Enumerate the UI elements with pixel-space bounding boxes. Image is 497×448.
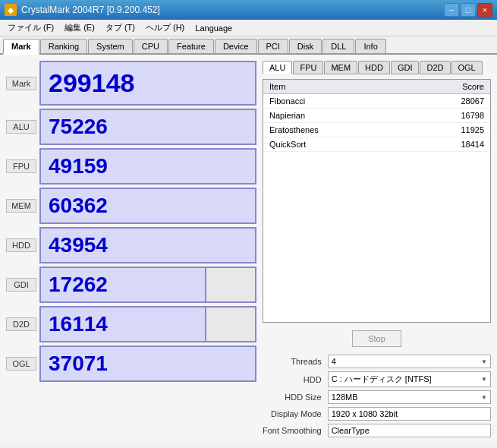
hdd-setting-label: HDD: [263, 375, 322, 384]
item-eratosthenes: Eratosthenes: [263, 123, 407, 137]
threads-label: Threads: [263, 357, 322, 366]
subtab-d2d[interactable]: D2D: [420, 61, 450, 74]
ogl-score: 37071: [39, 345, 256, 382]
stop-button[interactable]: Stop: [352, 330, 401, 347]
tab-cpu[interactable]: CPU: [134, 39, 168, 53]
score-quicksort: 18414: [407, 137, 490, 152]
display-mode-label: Display Mode: [263, 409, 322, 418]
hdd-dropdown-arrow: ▼: [481, 376, 487, 383]
d2d-row: D2D 16114: [6, 306, 256, 342]
alu-score: 75226: [39, 109, 256, 145]
alu-label: ALU: [6, 120, 36, 134]
d2d-score-sub: [206, 306, 256, 342]
mark-label: Mark: [6, 77, 36, 90]
fpu-row: FPU 49159: [6, 148, 256, 185]
threads-dropdown-arrow: ▼: [481, 358, 487, 365]
item-fibonacci: Fibonacci: [263, 94, 407, 109]
gdi-row: GDI 17262: [6, 267, 256, 303]
mark-row: Mark 299148: [6, 61, 256, 106]
close-button[interactable]: ×: [477, 3, 492, 17]
sub-tabs: ALU FPU MEM HDD GDI D2D OGL: [263, 61, 491, 74]
hdd-size-label: HDD Size: [263, 393, 322, 402]
table-row: Napierian 16798: [263, 109, 490, 123]
score-fibonacci: 28067: [407, 94, 490, 109]
table-row: Fibonacci 28067: [263, 94, 490, 109]
mem-label: MEM: [6, 199, 36, 213]
menu-bar: ファイル (F) 編集 (E) タブ (T) ヘルプ (H) Language: [0, 20, 497, 36]
subtab-ogl[interactable]: OGL: [451, 61, 483, 74]
threads-select[interactable]: 4 ▼: [328, 355, 491, 368]
item-napierian: Napierian: [263, 109, 407, 123]
display-mode-value: 1920 x 1080 32bit: [328, 407, 491, 421]
gdi-label: GDI: [6, 278, 36, 292]
subtab-hdd[interactable]: HDD: [358, 61, 390, 74]
tab-device[interactable]: Device: [215, 39, 257, 53]
hdd-select[interactable]: C : ハードディスク [NTFS] ▼: [328, 371, 491, 387]
tab-ranking[interactable]: Ranking: [40, 39, 87, 53]
gdi-score-container: 17262: [39, 267, 256, 303]
tab-dll[interactable]: DLL: [322, 39, 354, 53]
title-bar-buttons: − □ ×: [444, 3, 492, 17]
result-table: Item Score Fibonacci 28067 Napierian 167…: [263, 79, 491, 323]
subtab-mem[interactable]: MEM: [324, 61, 357, 74]
score-eratosthenes: 11925: [407, 123, 490, 137]
d2d-score: 16114: [39, 306, 206, 342]
ogl-row: OGL 37071: [6, 345, 256, 382]
mem-row: MEM 60362: [6, 188, 256, 224]
window-title: CrystalMark 2004R7 [0.9.200.452]: [21, 5, 160, 15]
font-smoothing-value: ClearType: [328, 424, 491, 437]
minimize-button[interactable]: −: [444, 3, 459, 17]
col-item: Item: [263, 80, 407, 94]
fpu-label: FPU: [6, 159, 36, 173]
table-row: QuickSort 18414: [263, 137, 490, 152]
table-row: Eratosthenes 11925: [263, 123, 490, 137]
hdd-size-dropdown-arrow: ▼: [481, 394, 487, 401]
d2d-label: D2D: [6, 317, 36, 331]
mark-score: 299148: [39, 61, 256, 106]
title-bar: ◆ CrystalMark 2004R7 [0.9.200.452] − □ ×: [0, 0, 497, 20]
hdd-label: HDD: [6, 238, 36, 252]
menu-help[interactable]: ヘルプ (H): [141, 21, 189, 35]
stop-row: Stop: [263, 327, 491, 350]
subtab-alu[interactable]: ALU: [263, 61, 292, 74]
hdd-row: HDD 43954: [6, 227, 256, 263]
nav-tabs: Mark Ranking System CPU Feature Device P…: [0, 36, 497, 55]
ogl-label: OGL: [6, 357, 36, 371]
menu-tab[interactable]: タブ (T): [101, 21, 140, 35]
subtab-gdi[interactable]: GDI: [391, 61, 420, 74]
tab-feature[interactable]: Feature: [168, 39, 214, 53]
maximize-button[interactable]: □: [461, 3, 476, 17]
left-panel: Mark 299148 ALU 75226 FPU 49159 MEM 6036…: [6, 61, 256, 437]
font-smoothing-label: Font Smoothing: [263, 426, 322, 435]
tab-system[interactable]: System: [88, 39, 133, 53]
hdd-score: 43954: [39, 227, 256, 263]
menu-language[interactable]: Language: [190, 22, 237, 34]
tab-disk[interactable]: Disk: [289, 39, 322, 53]
menu-file[interactable]: ファイル (F): [3, 21, 58, 35]
tab-mark[interactable]: Mark: [3, 39, 39, 55]
score-napierian: 16798: [407, 109, 490, 123]
main-content: Mark 299148 ALU 75226 FPU 49159 MEM 6036…: [0, 55, 497, 443]
gdi-score: 17262: [39, 267, 206, 303]
mem-score: 60362: [39, 188, 256, 224]
d2d-score-container: 16114: [39, 306, 256, 342]
gdi-score-sub: [206, 267, 256, 303]
fpu-score: 49159: [39, 148, 256, 185]
menu-edit[interactable]: 編集 (E): [60, 21, 99, 35]
right-panel: ALU FPU MEM HDD GDI D2D OGL Item Score F…: [263, 61, 491, 437]
settings-grid: Threads 4 ▼ HDD C : ハードディスク [NTFS] ▼ HDD…: [263, 355, 491, 437]
subtab-fpu[interactable]: FPU: [293, 61, 323, 74]
item-quicksort: QuickSort: [263, 137, 407, 152]
app-icon: ◆: [5, 4, 17, 16]
col-score: Score: [407, 80, 490, 94]
alu-row: ALU 75226: [6, 109, 256, 145]
hdd-size-select[interactable]: 128MB ▼: [328, 390, 491, 404]
tab-info[interactable]: Info: [355, 39, 385, 53]
tab-pci[interactable]: PCI: [258, 39, 288, 53]
